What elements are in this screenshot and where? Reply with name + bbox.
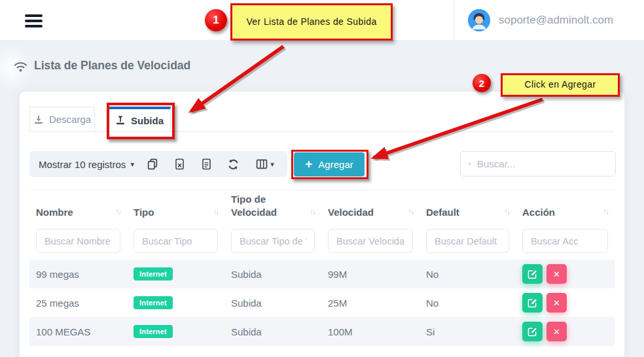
copy-button[interactable] [144, 155, 161, 173]
tab-subida-label: Subida [131, 115, 164, 126]
delete-button[interactable]: ✕ [546, 264, 567, 284]
page-length-select[interactable]: Mostrar 10 registros ▾ [39, 159, 134, 170]
tab-descarga[interactable]: Descarga [29, 107, 95, 131]
header-row: Nombre↑↓ Tipo↑↓ Tipo de Velocidad↑↓ Velo… [29, 190, 615, 226]
edit-button[interactable] [522, 264, 543, 284]
file-icon [201, 158, 212, 170]
filter-accion-input[interactable] [522, 229, 608, 253]
column-header-accion[interactable]: Acción↑↓ [522, 194, 608, 218]
close-icon: ✕ [553, 298, 560, 308]
cell-velocidad: 100M [321, 317, 420, 346]
app-screen: soporte@adminolt.com Lista de Planes de … [0, 0, 644, 357]
agregar-button-label: Agregar [318, 159, 353, 170]
sort-icon: ↑↓ [310, 207, 315, 218]
cell-nombre: 25 megas [29, 288, 127, 317]
edit-icon [528, 269, 537, 279]
plus-icon: + [305, 158, 312, 170]
edit-icon [528, 327, 537, 337]
filter-nombre-input[interactable] [36, 229, 120, 253]
cell-default: No [420, 260, 516, 288]
export-file-button[interactable] [198, 155, 215, 173]
columns-icon [256, 158, 268, 170]
search-icon [469, 158, 471, 169]
column-header-tipo[interactable]: Tipo↑↓ [134, 194, 218, 218]
filter-default-input[interactable] [426, 229, 509, 253]
step-badge-2: 2 [473, 74, 491, 92]
edit-button[interactable] [522, 293, 543, 313]
sort-icon: ↑↓ [115, 207, 120, 218]
status-badge: Internet [134, 325, 173, 338]
page-length-label: Mostrar 10 registros [39, 159, 126, 170]
cell-default: Si [420, 317, 516, 346]
plans-table: Nombre↑↓ Tipo↑↓ Tipo de Velocidad↑↓ Velo… [29, 190, 615, 346]
table-row: 99 megas Internet Subida 99M No ✕ [29, 260, 615, 288]
sort-icon: ↑↓ [603, 207, 608, 218]
cell-default: No [420, 288, 516, 317]
user-menu[interactable]: soporte@adminolt.com [454, 0, 644, 41]
plans-card: Descarga Subida Mostrar 10 registros ▾ [20, 92, 624, 357]
avatar-icon [468, 9, 490, 31]
cell-velocidad: 99M [321, 260, 420, 288]
cell-tipo-velocidad: Subida [224, 260, 321, 288]
filter-tipo-input[interactable] [134, 229, 218, 253]
status-badge: Internet [134, 296, 173, 309]
tab-descarga-label: Descarga [49, 114, 91, 125]
delete-button[interactable]: ✕ [546, 293, 567, 313]
cell-tipo-velocidad: Subida [224, 317, 321, 346]
search-input[interactable] [477, 158, 607, 169]
menu-icon[interactable] [25, 14, 43, 30]
agregar-button[interactable]: + Agregar [294, 152, 365, 177]
column-header-velocidad[interactable]: Velocidad↑↓ [328, 194, 413, 218]
upload-icon [115, 115, 126, 126]
edit-icon [528, 298, 537, 308]
column-header-default[interactable]: Default↑↓ [426, 194, 509, 218]
tab-subida[interactable]: Subida [108, 107, 171, 131]
table-toolbar: Mostrar 10 registros ▾ [29, 151, 287, 177]
column-visibility-button[interactable]: ▾ [252, 155, 278, 173]
delete-button[interactable]: ✕ [546, 322, 567, 341]
close-icon: ✕ [553, 327, 560, 337]
cell-tipo-velocidad: Subida [224, 288, 321, 317]
table-row: 100 MEGAS Internet Subida 100M Si ✕ [29, 317, 615, 346]
topbar: soporte@adminolt.com [0, 0, 644, 41]
table-row: 25 megas Internet Subida 25M No ✕ [29, 288, 615, 317]
edit-button[interactable] [522, 322, 543, 341]
filter-velocidad-input[interactable] [328, 229, 413, 253]
avatar [468, 9, 490, 31]
excel-file-icon [174, 158, 185, 170]
filter-row [29, 225, 615, 260]
cell-velocidad: 25M [321, 288, 420, 317]
chevron-down-icon: ▾ [270, 160, 274, 169]
chevron-down-icon: ▾ [130, 160, 134, 169]
refresh-icon [227, 158, 240, 171]
page-title: Lista de Planes de Velocidad [13, 59, 190, 73]
close-icon: ✕ [553, 269, 560, 279]
user-email: soporte@adminolt.com [499, 14, 613, 27]
copy-icon [147, 158, 158, 170]
search-box [460, 151, 616, 177]
wifi-icon [13, 59, 28, 73]
page-title-text: Lista de Planes de Velocidad [34, 59, 190, 73]
refresh-button[interactable] [225, 155, 242, 173]
column-header-tipo-velocidad[interactable]: Tipo de Velocidad↑↓ [231, 193, 315, 218]
sort-icon: ↑↓ [408, 207, 413, 218]
cell-nombre: 99 megas [29, 260, 127, 288]
plans-table-wrap: Nombre↑↓ Tipo↑↓ Tipo de Velocidad↑↓ Velo… [29, 190, 615, 346]
sort-icon: ↑↓ [504, 207, 509, 218]
export-excel-button[interactable] [171, 155, 188, 173]
tab-bar: Descarga Subida [29, 107, 615, 132]
status-badge: Internet [134, 267, 173, 280]
cell-nombre: 100 MEGAS [29, 317, 127, 346]
filter-tipo-velocidad-input[interactable] [231, 229, 315, 253]
download-icon [33, 114, 44, 125]
sort-icon: ↑↓ [213, 207, 218, 218]
column-header-nombre[interactable]: Nombre↑↓ [36, 194, 120, 218]
